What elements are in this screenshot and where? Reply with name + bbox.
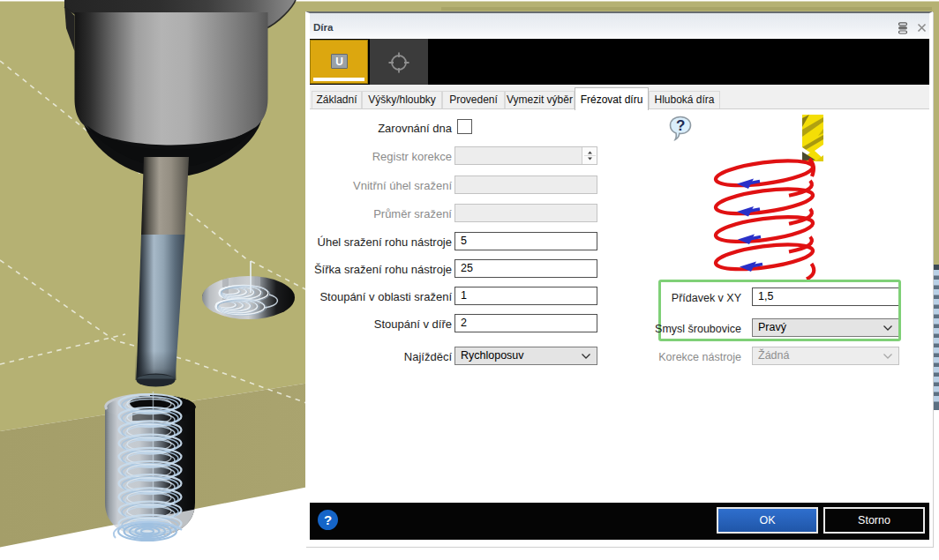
svg-text:?: ? — [676, 117, 685, 134]
